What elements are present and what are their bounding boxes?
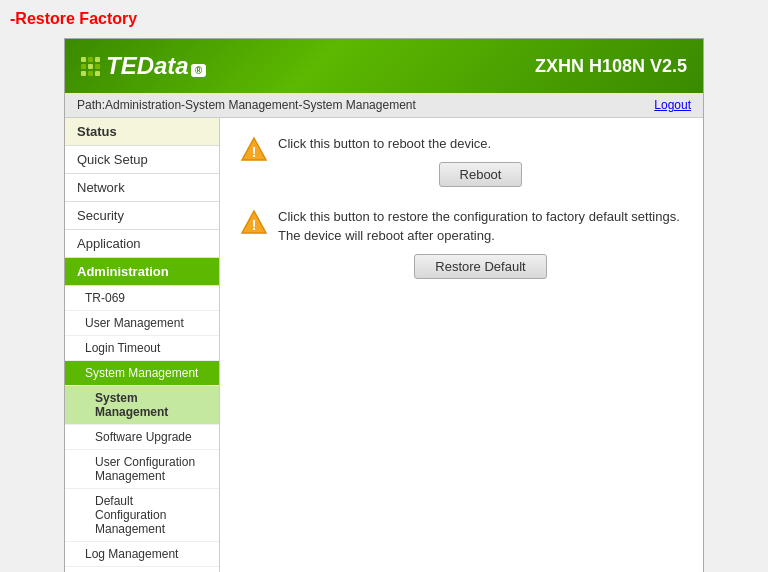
logo-dot (81, 57, 86, 62)
restore-default-button[interactable]: Restore Default (414, 254, 546, 279)
reboot-button-row: Reboot (278, 162, 683, 187)
logo-area: TEData® (81, 52, 206, 80)
svg-text:!: ! (252, 217, 257, 233)
content-area: ! Click this button to reboot the device… (220, 118, 703, 572)
logo-badge: ® (191, 64, 206, 77)
logout-link[interactable]: Logout (654, 98, 691, 112)
sidebar-sub-tr069[interactable]: TR-069 (65, 286, 219, 311)
restore-button-row: Restore Default (278, 254, 683, 279)
sidebar-item-diagnosis[interactable]: Diagnosis (65, 567, 219, 572)
logo-dot (88, 57, 93, 62)
sidebar-item-security[interactable]: Security (65, 202, 219, 230)
sidebar-subsub-default-config[interactable]: Default Configuration Management (65, 489, 219, 542)
router-container: TEData® ZXHN H108N V2.5 Path:Administrat… (64, 38, 704, 572)
sidebar-subsub-software-upgrade[interactable]: Software Upgrade (65, 425, 219, 450)
svg-text:!: ! (252, 144, 257, 160)
page-title: -Restore Factory (10, 10, 758, 28)
logo-dot (81, 64, 86, 69)
logo-dots (81, 57, 100, 76)
logo-dot (81, 71, 86, 76)
breadcrumb-bar: Path:Administration-System Management-Sy… (65, 93, 703, 118)
restore-text: Click this button to restore the configu… (278, 207, 683, 246)
sidebar-item-application[interactable]: Application (65, 230, 219, 258)
logo-dot (88, 71, 93, 76)
sidebar-sub-log-management[interactable]: Log Management (65, 542, 219, 567)
main-layout: Status Quick Setup Network Security Appl… (65, 118, 703, 572)
logo-dot (95, 64, 100, 69)
sidebar-subsub-user-config[interactable]: User Configuration Management (65, 450, 219, 489)
sidebar-sub-user-management[interactable]: User Management (65, 311, 219, 336)
logo-te: TE (106, 52, 137, 79)
logo-text: TEData® (106, 52, 206, 80)
logo-dot (95, 71, 100, 76)
model-text: ZXHN H108N V2.5 (535, 56, 687, 77)
sidebar-item-administration[interactable]: Administration (65, 258, 219, 286)
logo-dot (95, 57, 100, 62)
sidebar-subsub-system-management[interactable]: System Management (65, 386, 219, 425)
warning-icon-restore: ! (240, 209, 268, 237)
logo-data: Data (137, 52, 189, 79)
breadcrumb: Path:Administration-System Management-Sy… (77, 98, 416, 112)
sidebar-item-status[interactable]: Status (65, 118, 219, 146)
sidebar-sub-login-timeout[interactable]: Login Timeout (65, 336, 219, 361)
sidebar: Status Quick Setup Network Security Appl… (65, 118, 220, 572)
restore-section: ! Click this button to restore the confi… (240, 207, 683, 279)
logo-dot (88, 64, 93, 69)
sidebar-sub-system-management[interactable]: System Management (65, 361, 219, 386)
reboot-text: Click this button to reboot the device. (278, 134, 683, 154)
router-header: TEData® ZXHN H108N V2.5 (65, 39, 703, 93)
sidebar-item-quick-setup[interactable]: Quick Setup (65, 146, 219, 174)
reboot-button[interactable]: Reboot (439, 162, 523, 187)
reboot-section: ! Click this button to reboot the device… (240, 134, 683, 187)
sidebar-item-network[interactable]: Network (65, 174, 219, 202)
warning-icon-reboot: ! (240, 136, 268, 164)
